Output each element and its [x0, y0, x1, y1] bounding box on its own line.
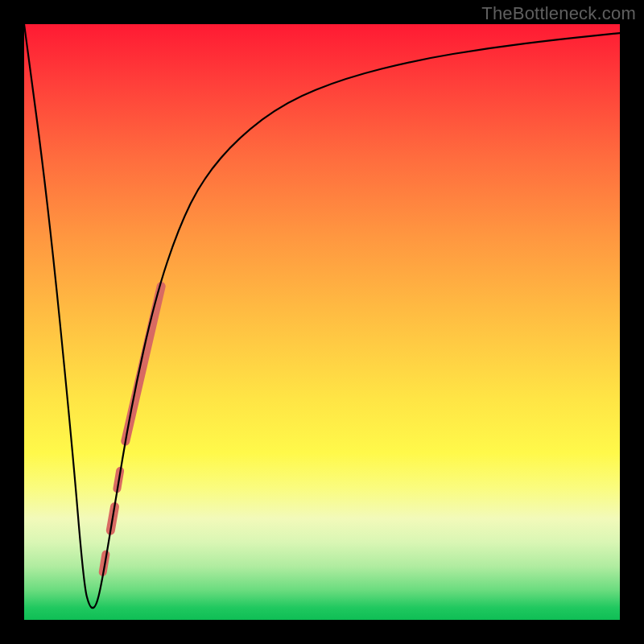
seg-long	[126, 287, 161, 441]
watermark-logo: TheBottleneck.com	[481, 3, 636, 24]
plot-area	[24, 24, 620, 620]
chart-frame: TheBottleneck.com	[0, 0, 644, 644]
curve-layer	[24, 24, 620, 620]
